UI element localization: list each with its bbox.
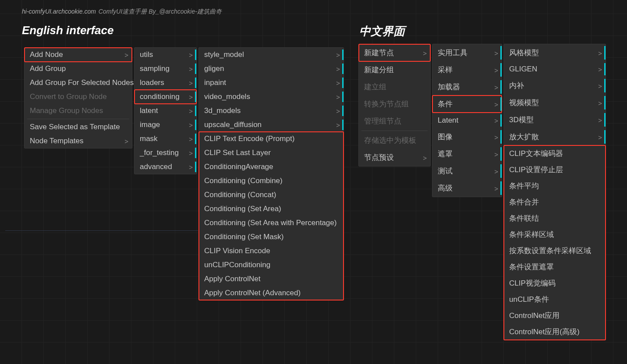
menu-item-conditioning-average-zh[interactable]: 条件平均: [504, 178, 606, 194]
menu-item-conditioning-set-mask-zh[interactable]: 条件设置遮罩: [504, 259, 606, 275]
menu-item-upscale-diffusion[interactable]: upscale_diffusion>: [199, 118, 344, 132]
menu-item-apply-controlnet-zh[interactable]: ControlNet应用: [504, 307, 606, 324]
menu-item-clip-text-encode[interactable]: CLIP Text Encode (Prompt): [199, 132, 344, 146]
menu-item-conditioning-combine[interactable]: Conditioning (Combine): [199, 174, 344, 188]
menu-separator: [361, 131, 428, 131]
menu-item-conditioning-set-area-zh[interactable]: 条件采样区域: [504, 226, 606, 243]
context-menu-chinese-conditioning: 风格模型> GLIGEN> 内补> 视频模型> 3D模型> 放大扩散> CLIP…: [503, 44, 606, 340]
menu-item-add-group-zh[interactable]: 新建分组: [359, 61, 430, 78]
menu-item-add-group-selected[interactable]: Add Group For Selected Nodes: [25, 76, 132, 90]
menu-item-image[interactable]: image>: [135, 118, 196, 132]
menu-item-inpaint-zh[interactable]: 内补>: [504, 77, 606, 94]
menu-item-conditioning-combine-zh[interactable]: 条件合并: [504, 194, 606, 210]
chevron-right-icon: >: [189, 163, 193, 171]
chevron-right-icon: >: [189, 51, 193, 59]
menu-item-add-group[interactable]: Add Group: [25, 62, 132, 76]
menu-item-loaders-zh[interactable]: 加载器>: [432, 78, 502, 95]
menu-item-conditioning[interactable]: conditioning>: [135, 90, 196, 104]
menu-item-utils-zh[interactable]: 实用工具>: [432, 44, 502, 61]
menu-item-advanced-zh[interactable]: 高级>: [432, 180, 502, 197]
menu-item-conditioning-set-mask[interactable]: Conditioning (Set Mask): [199, 230, 344, 244]
menu-item-clip-set-last-layer-zh[interactable]: CLIP设置停止层: [504, 162, 606, 178]
header-title-text: ComfyUI速查手册 By_@archcookie-建筑曲奇: [99, 8, 222, 16]
context-menu-chinese-categories: 实用工具> 采样> 加载器> 条件> Latent> 图像> 遮罩> 测试> 高…: [432, 44, 502, 197]
chevron-right-icon: >: [336, 121, 340, 129]
menu-item-inpaint[interactable]: inpaint>: [199, 76, 344, 90]
chevron-right-icon: >: [598, 49, 602, 57]
menu-item-conditioning-set-area[interactable]: Conditioning (Set Area): [199, 202, 344, 216]
menu-item-gligen-zh[interactable]: GLIGEN>: [504, 61, 606, 77]
menu-item-clip-vision-encode[interactable]: CLIP Vision Encode: [199, 244, 344, 258]
menu-item-apply-controlnet[interactable]: Apply ControlNet: [199, 272, 344, 286]
chevron-right-icon: >: [598, 66, 602, 73]
menu-item-add-node[interactable]: Add Node>: [25, 48, 132, 62]
conditioning-nodes-group: CLIP Text Encode (Prompt) CLIP Set Last …: [199, 132, 344, 300]
menu-item-video-models-zh[interactable]: 视频模型>: [504, 94, 606, 111]
menu-item-style-model-zh[interactable]: 风格模型>: [504, 44, 606, 61]
menu-item-establish-group-zh: 建立组: [359, 78, 430, 95]
menu-item-testing-zh[interactable]: 测试>: [432, 163, 502, 180]
chevron-right-icon: >: [494, 100, 498, 108]
menu-item-node-templates[interactable]: Node Templates>: [25, 134, 132, 148]
menu-item-save-template[interactable]: Save Selected as Template: [25, 120, 132, 134]
menu-item-clip-text-encode-zh[interactable]: CLIP文本编码器: [504, 145, 606, 162]
menu-item-image-zh[interactable]: 图像>: [432, 128, 502, 145]
menu-item-sampling-zh[interactable]: 采样>: [432, 61, 502, 78]
chevron-right-icon: >: [189, 149, 193, 157]
chevron-right-icon: >: [189, 79, 193, 87]
chevron-right-icon: >: [598, 82, 602, 89]
menu-item-convert-group: Convert to Group Node: [25, 90, 132, 104]
menu-item-3d-models-zh[interactable]: 3D模型>: [504, 111, 606, 128]
menu-item-mask[interactable]: mask>: [135, 132, 196, 146]
header-url: hi-comfyUI.archcookie.com: [22, 8, 96, 16]
menu-item-for-testing[interactable]: _for_testing>: [135, 146, 196, 160]
menu-item-conditioning-concat[interactable]: Conditioning (Concat): [199, 188, 344, 202]
menu-item-node-templates-zh[interactable]: 节点预设>: [359, 149, 430, 166]
menu-item-convert-group-zh: 转换为节点组: [359, 95, 430, 113]
menu-item-manage-group-zh: 管理组节点: [359, 113, 430, 130]
menu-item-mask-zh[interactable]: 遮罩>: [432, 145, 502, 163]
menu-item-clip-set-last-layer[interactable]: CLIP Set Last Layer: [199, 146, 344, 160]
menu-item-latent[interactable]: latent>: [135, 104, 196, 118]
menu-item-style-model[interactable]: style_model>: [199, 48, 344, 62]
chevron-right-icon: >: [189, 121, 193, 129]
menu-item-manage-group: Manage Group Nodes: [25, 104, 132, 118]
menu-item-add-node-zh[interactable]: 新建节点>: [359, 44, 430, 61]
chevron-right-icon: >: [423, 49, 427, 57]
menu-item-conditioning-zh[interactable]: 条件>: [432, 95, 502, 113]
chevron-right-icon: >: [336, 107, 340, 115]
chevron-right-icon: >: [494, 167, 498, 175]
menu-item-latent-zh[interactable]: Latent>: [432, 113, 502, 128]
menu-item-upscale-diffusion-zh[interactable]: 放大扩散>: [504, 128, 606, 145]
menu-item-apply-controlnet-advanced[interactable]: Apply ControlNet (Advanced): [199, 286, 344, 300]
menu-item-conditioning-average[interactable]: ConditioningAverage: [199, 160, 344, 174]
menu-item-unclip-conditioning-zh[interactable]: unCLIP条件: [504, 291, 606, 307]
chevron-right-icon: >: [336, 65, 340, 73]
menu-item-video-models[interactable]: video_models>: [199, 90, 344, 104]
menu-item-apply-controlnet-advanced-zh[interactable]: ControlNet应用(高级): [504, 324, 606, 340]
chevron-right-icon: >: [494, 83, 498, 91]
chevron-right-icon: >: [494, 150, 498, 158]
menu-item-advanced[interactable]: advanced>: [135, 160, 196, 174]
chevron-right-icon: >: [189, 65, 193, 73]
chevron-right-icon: >: [494, 133, 498, 141]
chevron-right-icon: >: [336, 79, 340, 87]
chevron-right-icon: >: [423, 154, 427, 161]
menu-item-conditioning-concat-zh[interactable]: 条件联结: [504, 210, 606, 226]
menu-item-loaders[interactable]: loaders>: [135, 76, 196, 90]
menu-item-conditioning-set-area-pct-zh[interactable]: 按系数设置条件采样区域: [504, 243, 606, 259]
menu-item-clip-vision-encode-zh[interactable]: CLIP视觉编码: [504, 275, 606, 291]
menu-item-unclip-conditioning[interactable]: unCLIPConditioning: [199, 258, 344, 272]
chevron-right-icon: >: [189, 135, 193, 143]
context-menu-english-conditioning: style_model> gligen> inpaint> video_mode…: [198, 47, 344, 300]
chevron-right-icon: >: [336, 51, 340, 59]
context-menu-chinese-root: 新建节点> 新建分组 建立组 转换为节点组 管理组节点 存储选中为模板 节点预设…: [358, 44, 431, 166]
chevron-right-icon: >: [336, 93, 340, 101]
chevron-right-icon: >: [494, 66, 498, 74]
menu-item-utils[interactable]: utils>: [135, 48, 196, 62]
menu-item-sampling[interactable]: sampling>: [135, 62, 196, 76]
menu-item-3d-models[interactable]: 3d_models>: [199, 104, 344, 118]
section-title-chinese: 中文界面: [359, 24, 405, 39]
menu-item-gligen[interactable]: gligen>: [199, 62, 344, 76]
menu-item-conditioning-set-area-pct[interactable]: Conditioning (Set Area with Percentage): [199, 216, 344, 230]
